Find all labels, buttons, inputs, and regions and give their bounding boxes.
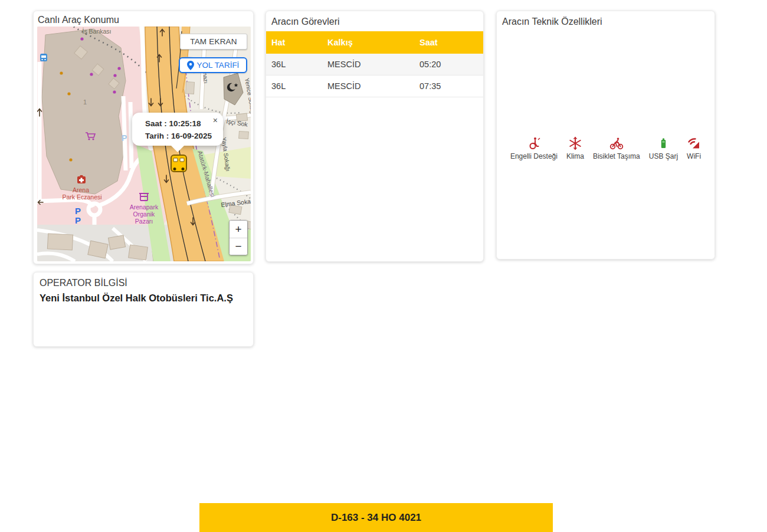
wifi-icon bbox=[687, 136, 701, 150]
map-popup: Saat : 10:25:18 Tarih : 16-09-2025 × bbox=[132, 113, 223, 146]
operator-card-title: OPERATOR BİLGİSİ bbox=[40, 278, 247, 288]
feature-usb: USB Şarj bbox=[649, 136, 678, 160]
zoom-out-button[interactable]: − bbox=[230, 238, 247, 255]
pharmacy-icon bbox=[77, 175, 86, 183]
cell-hat: 36L bbox=[271, 81, 327, 91]
map-canvas[interactable]: İş Bankası 1 Yenice Sokağı nazı İşçi Sok… bbox=[37, 27, 251, 261]
feature-ac: Klima bbox=[566, 136, 584, 160]
map-label-block: 1 bbox=[83, 98, 87, 106]
feature-list: Engelli Desteği Klima Bisiklet Taşıma bbox=[497, 136, 714, 160]
vehicle-tasks-card: Aracın Görevleri Hat Kalkış Saat 36L MES… bbox=[266, 11, 484, 262]
operator-info-card: OPERATOR BİLGİSİ Yeni İstanbul Özel Halk… bbox=[33, 272, 254, 347]
header-saat: Saat bbox=[419, 38, 483, 47]
map-label-market-3: Pazarı bbox=[135, 218, 153, 225]
feature-bicycle: Bisiklet Taşıma bbox=[593, 136, 640, 160]
feature-wheelchair: Engelli Desteği bbox=[510, 136, 558, 160]
map-card-title: Canlı Araç Konumu bbox=[38, 15, 119, 25]
map-label-market-1: Arenapark bbox=[130, 203, 159, 211]
parking-icon: P bbox=[75, 215, 81, 225]
map-label-bank: İş Bankası bbox=[82, 28, 111, 35]
cell-kalkis: MESCİD bbox=[327, 60, 419, 69]
directions-button[interactable]: YOL TARİFİ bbox=[179, 57, 247, 73]
parking-icon: P bbox=[75, 206, 81, 216]
operator-name: Yeni İstanbul Özel Halk Otobüsleri Tic.A… bbox=[40, 293, 247, 304]
vehicle-plate-label: D-163 - 34 HO 4021 bbox=[331, 512, 421, 524]
map-label-market-2: Organik bbox=[133, 211, 156, 218]
map-label-pharmacy-1: Arena bbox=[73, 186, 89, 193]
location-pin-icon bbox=[187, 61, 194, 70]
snowflake-icon bbox=[568, 136, 582, 150]
fullscreen-button[interactable]: TAM EKRAN bbox=[180, 34, 247, 50]
header-kalkis: Kalkış bbox=[327, 38, 419, 47]
tasks-card-title: Aracın Görevleri bbox=[266, 11, 483, 31]
tasks-table-header: Hat Kalkış Saat bbox=[266, 31, 483, 54]
tech-card-title: Aracın Teknik Özellikleri bbox=[497, 11, 714, 27]
feature-label: Bisiklet Taşıma bbox=[593, 152, 640, 160]
table-row[interactable]: 36L MESCİD 07:35 bbox=[266, 75, 483, 97]
map-label-pharmacy-2: Park Eczanesi bbox=[62, 193, 101, 201]
popup-date: Tarih : 16-09-2025 bbox=[145, 130, 223, 143]
cell-hat: 36L bbox=[271, 60, 327, 69]
bus-marker[interactable] bbox=[171, 155, 186, 172]
battery-icon bbox=[656, 136, 670, 150]
cell-saat: 07:35 bbox=[419, 81, 483, 91]
tech-specs-card: Aracın Teknik Özellikleri Engelli Desteğ… bbox=[496, 11, 715, 260]
header-hat: Hat bbox=[271, 38, 327, 47]
popup-close-button[interactable]: × bbox=[213, 114, 218, 127]
live-location-card: Canlı Araç Konumu bbox=[33, 11, 254, 264]
wheelchair-icon bbox=[527, 136, 541, 150]
cell-saat: 05:20 bbox=[419, 60, 483, 69]
feature-label: Klima bbox=[566, 152, 584, 160]
popup-time: Saat : 10:25:18 bbox=[145, 118, 223, 130]
map-label-street-nazi: nazı bbox=[202, 72, 209, 84]
table-row[interactable]: 36L MESCİD 05:20 bbox=[266, 54, 483, 75]
feature-label: WiFi bbox=[687, 152, 701, 160]
vehicle-plate-bar: D-163 - 34 HO 4021 bbox=[199, 503, 553, 532]
directions-label: YOL TARİFİ bbox=[197, 61, 240, 70]
parking-icon: P bbox=[122, 133, 127, 143]
feature-label: USB Şarj bbox=[649, 152, 678, 160]
feature-label: Engelli Desteği bbox=[510, 152, 558, 160]
map-zoom-control: + − bbox=[229, 220, 248, 255]
zoom-in-button[interactable]: + bbox=[230, 221, 247, 238]
bicycle-icon bbox=[609, 136, 624, 150]
cell-kalkis: MESCİD bbox=[327, 81, 419, 91]
feature-wifi: WiFi bbox=[687, 136, 701, 160]
tram-icon bbox=[40, 54, 47, 61]
